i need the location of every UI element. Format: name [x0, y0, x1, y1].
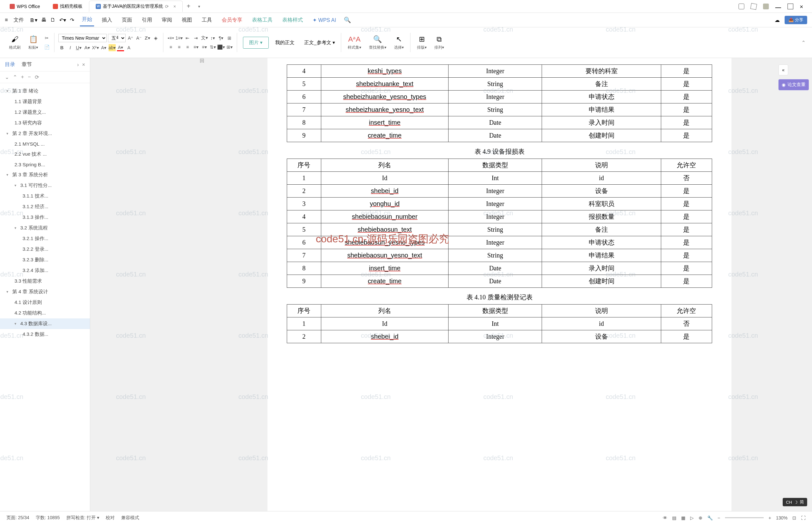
- table-cell[interactable]: 是: [661, 198, 712, 210]
- table-cell[interactable]: 申请状态: [542, 91, 661, 103]
- toc-item[interactable]: 3.1.3 操作...: [0, 212, 90, 223]
- tab-icon[interactable]: ⊞▾: [226, 44, 233, 51]
- table-cell[interactable]: 是: [661, 210, 712, 223]
- box-icon[interactable]: [739, 3, 744, 9]
- new-tab-button[interactable]: +: [183, 3, 194, 10]
- table-cell[interactable]: Date: [449, 129, 542, 142]
- doc-icon-small[interactable]: 🗎▾: [30, 17, 37, 23]
- table-cell[interactable]: 是: [661, 249, 712, 262]
- justify-icon[interactable]: ≡▾: [192, 44, 199, 51]
- toc-tab[interactable]: 目录: [5, 61, 15, 68]
- fullscreen-icon[interactable]: ⛶: [801, 515, 806, 521]
- toc-item[interactable]: 2.1 MYSQL ...: [0, 139, 90, 149]
- spell-check[interactable]: 拼写检查: 打开 ▾: [66, 515, 100, 521]
- collapse-all-icon[interactable]: ⌄: [5, 74, 9, 80]
- table-cell[interactable]: 录入时间: [542, 262, 661, 275]
- table-cell[interactable]: Integer: [449, 330, 542, 343]
- table-cell[interactable]: shebeizhuanke_text: [321, 78, 449, 91]
- styleset-icon[interactable]: AᵃA: [348, 35, 361, 44]
- table-cell[interactable]: Integer: [449, 198, 542, 210]
- view-mode-2-icon[interactable]: ▦: [681, 515, 685, 521]
- table-cell[interactable]: 是: [661, 330, 712, 343]
- preview-icon[interactable]: 🗋: [50, 17, 55, 23]
- table-cell[interactable]: Integer: [449, 210, 542, 223]
- find-icon[interactable]: 🔍: [373, 35, 382, 44]
- toc-item[interactable]: ▾第 4 章 系统设计: [0, 286, 90, 297]
- minimize-button[interactable]: [775, 7, 781, 8]
- expand-all-icon[interactable]: ⌃: [13, 74, 17, 80]
- table-cell[interactable]: shebiebaosun_yesno_types: [321, 236, 449, 249]
- toc-item[interactable]: 4.3.2 数据...: [0, 329, 90, 340]
- toc-item[interactable]: 3.2.2 登录...: [0, 244, 90, 255]
- toc-item[interactable]: ▾4.3 数据库设...: [0, 318, 90, 329]
- shading-icon[interactable]: A: [125, 44, 132, 51]
- table-cell[interactable]: shebei_id: [321, 330, 449, 343]
- table-cell[interactable]: yonghu_id: [321, 198, 449, 210]
- table-cell[interactable]: 申请结果: [542, 249, 661, 262]
- arrange-icon[interactable]: ⊞: [419, 35, 425, 44]
- table-cell[interactable]: Int: [449, 172, 542, 185]
- table-cell[interactable]: 5: [287, 223, 321, 236]
- table-cell[interactable]: String: [449, 249, 542, 262]
- toc-item[interactable]: 3.3 性能需求: [0, 276, 90, 286]
- cut-icon[interactable]: ✂: [43, 34, 50, 42]
- undo-icon[interactable]: ↶▾: [59, 17, 66, 23]
- tab-dropdown[interactable]: ▾: [194, 4, 204, 9]
- bold-icon[interactable]: B: [58, 44, 65, 51]
- table-cell[interactable]: 是: [661, 116, 712, 129]
- table-cell[interactable]: id: [542, 172, 661, 185]
- compat-mode[interactable]: 兼容模式: [121, 515, 139, 521]
- wps-office-tab[interactable]: WPS Office: [3, 1, 46, 12]
- table-cell[interactable]: 是: [661, 236, 712, 249]
- view-mode-1-icon[interactable]: ▤: [672, 515, 676, 521]
- highlight-icon[interactable]: ab▾: [109, 44, 116, 51]
- format-brush-icon[interactable]: 🖌: [11, 35, 18, 44]
- start-menu[interactable]: 开始: [80, 14, 94, 27]
- font-color-icon[interactable]: A▾: [117, 44, 124, 51]
- toc-item[interactable]: 4.2 功能结构...: [0, 308, 90, 318]
- table-cell[interactable]: 8: [287, 262, 321, 275]
- print-icon[interactable]: 🖶: [41, 17, 46, 23]
- table-cell[interactable]: 录入时间: [542, 116, 661, 129]
- table-cell[interactable]: 是: [661, 185, 712, 198]
- table-cell[interactable]: shebei_id: [321, 185, 449, 198]
- table-cell[interactable]: 1: [287, 172, 321, 185]
- table-cell[interactable]: String: [449, 78, 542, 91]
- outdent-icon[interactable]: ⇤: [184, 34, 191, 42]
- table-cell[interactable]: id: [542, 317, 661, 330]
- side-close-icon[interactable]: ×: [82, 62, 85, 68]
- toc-item[interactable]: 1.3 研究内容: [0, 118, 90, 128]
- table-cell[interactable]: Date: [449, 116, 542, 129]
- table-cell[interactable]: 申请状态: [542, 236, 661, 249]
- table-cell[interactable]: 否: [661, 317, 712, 330]
- align-center-icon[interactable]: ≡: [176, 44, 183, 51]
- tablestyle-menu[interactable]: 表格样式: [280, 14, 305, 26]
- table-cell[interactable]: Integer: [449, 185, 542, 198]
- toc-item[interactable]: 2.2 vue 技术 ...: [0, 149, 90, 160]
- thesis-check-button[interactable]: ◉ 论文查重: [778, 79, 809, 90]
- table-cell[interactable]: 4: [287, 210, 321, 223]
- tools-menu[interactable]: 工具: [200, 14, 214, 26]
- toc-item[interactable]: 1.1 课题背景: [0, 96, 90, 107]
- table-cell[interactable]: 报损数量: [542, 210, 661, 223]
- toc-item[interactable]: ▾3.2 系统流程: [0, 223, 90, 233]
- add-icon[interactable]: +: [21, 74, 24, 80]
- table-cell[interactable]: 是: [661, 65, 712, 78]
- zoom-slider[interactable]: [725, 517, 764, 518]
- toc-item[interactable]: ▾第 1 章 绪论: [0, 86, 90, 96]
- toc-item[interactable]: ▾第 3 章 系统分析: [0, 169, 90, 180]
- distribute-icon[interactable]: ≡▾: [201, 44, 208, 51]
- ref-text-style[interactable]: 正文_参考文 ▾: [304, 39, 335, 46]
- ribbon-collapse-icon[interactable]: ⌃: [801, 39, 806, 46]
- table-cell[interactable]: 科室职员: [542, 198, 661, 210]
- toc-item[interactable]: 4.1 设计原则: [0, 297, 90, 308]
- table-cell[interactable]: 备注: [542, 78, 661, 91]
- proof[interactable]: 校对: [106, 515, 115, 521]
- paste-icon[interactable]: 📋: [29, 35, 38, 44]
- table-cell[interactable]: 创建时间: [542, 129, 661, 142]
- table-cell[interactable]: 是: [661, 262, 712, 275]
- close-window-button[interactable]: ×: [800, 3, 806, 9]
- table-cell[interactable]: 9: [287, 129, 321, 142]
- view-menu[interactable]: 视图: [180, 14, 194, 26]
- table-cell[interactable]: 要转的科室: [542, 65, 661, 78]
